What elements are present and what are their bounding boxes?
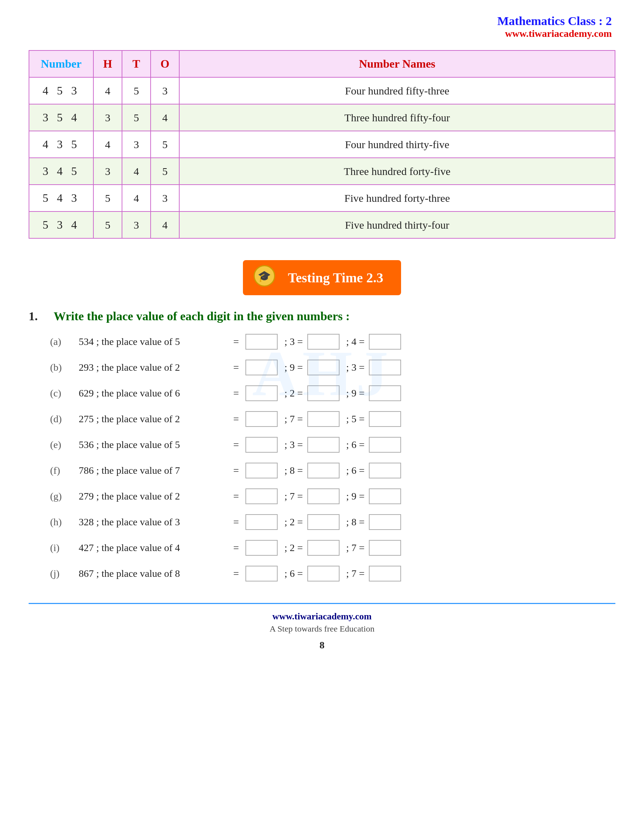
answer-box-2[interactable]: [307, 463, 339, 478]
sub-text: 786 ; the place value of 7: [79, 465, 229, 476]
cell-name: Three hundred fifty-four: [179, 104, 615, 131]
col-header-o: O: [150, 51, 179, 77]
sub-question: (i) 427 ; the place value of 4 = ; 2 = ;…: [50, 540, 615, 556]
cell-name: Five hundred thirty-four: [179, 211, 615, 238]
cell-number: 4 3 5: [29, 131, 94, 158]
sub-text: 279 ; the place value of 2: [79, 490, 229, 502]
sub-text: 275 ; the place value of 2: [79, 413, 229, 425]
answer-box-1[interactable]: [245, 489, 278, 504]
answer-box-2[interactable]: [307, 360, 339, 375]
sub-text: 328 ; the place value of 3: [79, 516, 229, 528]
sep-1: ; 3 =: [282, 439, 303, 451]
sub-question: (b) 293 ; the place value of 2 = ; 9 = ;…: [50, 360, 615, 375]
sub-q-content: ; 2 = ; 8 =: [243, 514, 403, 530]
eq-sign: =: [229, 542, 243, 553]
eq-sign: =: [229, 490, 243, 502]
answer-box-2[interactable]: [307, 385, 339, 401]
sep-2: ; 4 =: [344, 336, 365, 348]
eq-sign: =: [229, 516, 243, 528]
sub-q-content: ; 3 = ; 4 =: [243, 334, 403, 349]
answer-box-1[interactable]: [245, 514, 278, 530]
answer-box-3[interactable]: [369, 514, 401, 530]
table-row: 5 4 3 5 4 3 Five hundred forty-three: [29, 185, 615, 211]
cell-o: 5: [150, 131, 179, 158]
answer-box-1[interactable]: [245, 463, 278, 478]
sep-1: ; 7 =: [282, 413, 303, 425]
answer-box-3[interactable]: [369, 540, 401, 556]
answer-box-2[interactable]: [307, 566, 339, 581]
cell-o: 3: [150, 185, 179, 211]
sub-q-content: ; 6 = ; 7 =: [243, 566, 403, 581]
sep-1: ; 9 =: [282, 362, 303, 373]
cell-o: 4: [150, 104, 179, 131]
cell-t: 3: [122, 131, 150, 158]
sep-2: ; 5 =: [344, 413, 365, 425]
sub-label: (j): [50, 568, 79, 579]
answer-box-1[interactable]: [245, 360, 278, 375]
cell-name: Five hundred forty-three: [179, 185, 615, 211]
sub-question: (h) 328 ; the place value of 3 = ; 2 = ;…: [50, 514, 615, 530]
answer-box-3[interactable]: [369, 463, 401, 478]
answer-box-1[interactable]: [245, 437, 278, 453]
col-header-t: T: [122, 51, 150, 77]
eq-sign: =: [229, 362, 243, 373]
header-url: www.tiwariacademy.com: [29, 28, 612, 39]
answer-box-3[interactable]: [369, 334, 401, 349]
cell-h: 5: [94, 211, 122, 238]
cell-t: 4: [122, 185, 150, 211]
mascot-face: 🎓: [254, 265, 275, 287]
answer-box-2[interactable]: [307, 334, 339, 349]
cell-t: 3: [122, 211, 150, 238]
sub-text: 293 ; the place value of 2: [79, 362, 229, 373]
answer-box-2[interactable]: [307, 437, 339, 453]
page-footer: www.tiwariacademy.com A Step towards fre…: [29, 603, 615, 651]
col-header-number: Number: [29, 51, 94, 77]
sub-question: (a) 534 ; the place value of 5 = ; 3 = ;…: [50, 334, 615, 349]
table-row: 4 5 3 4 5 3 Four hundred fifty-three: [29, 77, 615, 104]
sep-2: ; 7 =: [344, 568, 365, 579]
cell-t: 4: [122, 158, 150, 185]
sep-2: ; 3 =: [344, 362, 365, 373]
sub-label: (d): [50, 413, 79, 425]
sub-q-content: ; 7 = ; 9 =: [243, 489, 403, 504]
answer-box-1[interactable]: [245, 540, 278, 556]
answer-box-3[interactable]: [369, 360, 401, 375]
answer-box-2[interactable]: [307, 540, 339, 556]
sub-questions: (a) 534 ; the place value of 5 = ; 3 = ;…: [29, 334, 615, 581]
answer-box-2[interactable]: [307, 411, 339, 427]
answer-box-3[interactable]: [369, 411, 401, 427]
question-header: 1. Write the place value of each digit i…: [29, 310, 615, 323]
answer-box-1[interactable]: [245, 385, 278, 401]
sub-label: (i): [50, 542, 79, 553]
answer-box-3[interactable]: [369, 566, 401, 581]
sub-text: 867 ; the place value of 8: [79, 568, 229, 579]
answer-box-2[interactable]: [307, 489, 339, 504]
sub-question: (e) 536 ; the place value of 5 = ; 3 = ;…: [50, 437, 615, 453]
eq-sign: =: [229, 439, 243, 451]
sub-text: 534 ; the place value of 5: [79, 336, 229, 348]
answer-box-3[interactable]: [369, 385, 401, 401]
sub-q-content: ; 2 = ; 7 =: [243, 540, 403, 556]
cell-h: 3: [94, 158, 122, 185]
cell-o: 3: [150, 77, 179, 104]
sub-q-content: ; 2 = ; 9 =: [243, 385, 403, 401]
cell-h: 3: [94, 104, 122, 131]
sep-1: ; 7 =: [282, 490, 303, 502]
answer-box-3[interactable]: [369, 489, 401, 504]
eq-sign: =: [229, 568, 243, 579]
answer-box-1[interactable]: [245, 334, 278, 349]
sub-text: 427 ; the place value of 4: [79, 542, 229, 553]
cell-h: 4: [94, 77, 122, 104]
sub-question: (f) 786 ; the place value of 7 = ; 8 = ;…: [50, 463, 615, 478]
answer-box-1[interactable]: [245, 411, 278, 427]
sub-label: (c): [50, 388, 79, 399]
sub-question: (g) 279 ; the place value of 2 = ; 7 = ;…: [50, 489, 615, 504]
sub-label: (e): [50, 439, 79, 451]
table-row: 3 5 4 3 5 4 Three hundred fifty-four: [29, 104, 615, 131]
sep-2: ; 8 =: [344, 516, 365, 528]
answer-box-3[interactable]: [369, 437, 401, 453]
cell-o: 5: [150, 158, 179, 185]
answer-box-2[interactable]: [307, 514, 339, 530]
footer-url: www.tiwariacademy.com: [29, 611, 615, 622]
answer-box-1[interactable]: [245, 566, 278, 581]
